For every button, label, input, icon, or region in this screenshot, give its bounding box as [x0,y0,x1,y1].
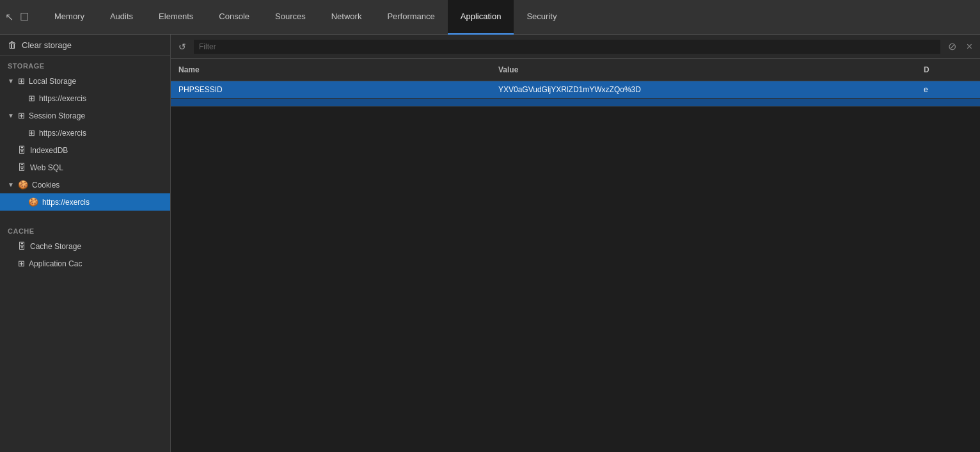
cell-domain-2 [916,99,980,106]
cache-storage-label: Cache Storage [30,242,81,251]
sidebar-item-websql[interactable]: ▶ 🗄 Web SQL [0,159,170,176]
storage-section-title: Storage [0,56,170,72]
trash-icon: 🗑 [8,40,17,50]
column-header-value: Value [491,63,916,77]
sidebar-item-cookies-url[interactable]: 🍪 https://exercis [0,193,170,211]
db-icon-indexed: 🗄 [18,145,26,155]
cursor-icon[interactable]: ↖ [5,11,13,23]
main-layout: 🗑 Clear storage Storage ▼ ⊞ Local Storag… [0,35,980,452]
column-header-domain: D [916,63,980,77]
cookies-url-label: https://exercis [42,198,90,207]
cell-value-2 [491,99,916,106]
cache-section-title: Cache [0,221,170,238]
cookie-icon-child: 🍪 [28,197,38,207]
cookie-icon: 🍪 [18,180,28,190]
block-button[interactable]: ⊘ [945,38,959,55]
sidebar-item-cookies[interactable]: ▼ 🍪 Cookies [0,176,170,193]
filter-input[interactable] [194,40,940,54]
column-header-name: Name [171,63,491,77]
tab-audits[interactable]: Audits [97,0,146,35]
refresh-button[interactable]: ↺ [176,39,189,54]
session-storage-url-label: https://exercis [39,129,86,138]
websql-label: Web SQL [30,163,63,172]
tab-console[interactable]: Console [206,0,262,35]
tab-bar: ↖ ☐ Memory Audits Elements Console Sourc… [0,0,980,35]
grid-icon-session: ⊞ [18,111,25,120]
tab-sources[interactable]: Sources [262,0,319,35]
clear-storage-label: Clear storage [22,40,72,50]
sidebar-item-session-storage[interactable]: ▼ ⊞ Session Storage [0,107,170,124]
db-icon-websql: 🗄 [18,163,26,172]
grid-icon-child: ⊞ [28,93,35,103]
cell-value-1: YXV0aGVudGljYXRlZD1mYWxzZQo%3D [491,81,916,98]
arrow-icon: ▼ [8,77,14,85]
grid-icon-session-child: ⊞ [28,128,35,138]
tab-security[interactable]: Security [514,0,569,35]
grid-icon-appcache: ⊞ [18,259,25,268]
devtools-icons: ↖ ☐ [5,11,42,23]
tab-network[interactable]: Network [319,0,375,35]
content-area: ↺ ⊘ × Name Value D PHPSESSID YXV0aGVudGl… [171,35,980,452]
sidebar-item-indexeddb[interactable]: ▶ 🗄 IndexedDB [0,141,170,159]
local-storage-url-label: https://exercis [39,94,86,103]
cell-name-2 [171,99,491,106]
sidebar-item-app-cache[interactable]: ▶ ⊞ Application Cac [0,255,170,272]
sidebar-item-cache-storage[interactable]: ▶ 🗄 Cache Storage [0,238,170,255]
grid-icon: ⊞ [18,76,25,86]
mobile-icon[interactable]: ☐ [20,11,29,23]
arrow-icon: ▼ [8,112,14,119]
session-storage-label: Session Storage [29,111,85,120]
tab-application[interactable]: Application [448,0,514,35]
content-toolbar: ↺ ⊘ × [171,35,980,59]
close-button[interactable]: × [964,38,975,55]
local-storage-label: Local Storage [29,77,76,86]
table-row[interactable] [171,99,980,107]
tab-elements[interactable]: Elements [146,0,206,35]
cell-name-1: PHPSESSID [171,81,491,98]
sidebar-item-session-storage-url[interactable]: ⊞ https://exercis [0,124,170,141]
db-icon-cache: 🗄 [18,241,26,251]
tab-memory[interactable]: Memory [42,0,97,35]
clear-storage-item[interactable]: 🗑 Clear storage [0,35,170,56]
arrow-icon-cookies: ▼ [8,181,14,188]
cell-domain-1: e [916,81,980,98]
cookies-label: Cookies [32,181,59,190]
indexeddb-label: IndexedDB [30,146,68,155]
app-cache-label: Application Cac [29,259,82,268]
tab-performance[interactable]: Performance [374,0,447,35]
table-header: Name Value D [171,59,980,81]
table-row[interactable]: PHPSESSID YXV0aGVudGljYXRlZD1mYWxzZQo%3D… [171,81,980,99]
table-body: PHPSESSID YXV0aGVudGljYXRlZD1mYWxzZQo%3D… [171,81,980,452]
sidebar-item-local-storage-url[interactable]: ⊞ https://exercis [0,90,170,107]
sidebar: 🗑 Clear storage Storage ▼ ⊞ Local Storag… [0,35,171,452]
sidebar-item-local-storage[interactable]: ▼ ⊞ Local Storage [0,72,170,90]
